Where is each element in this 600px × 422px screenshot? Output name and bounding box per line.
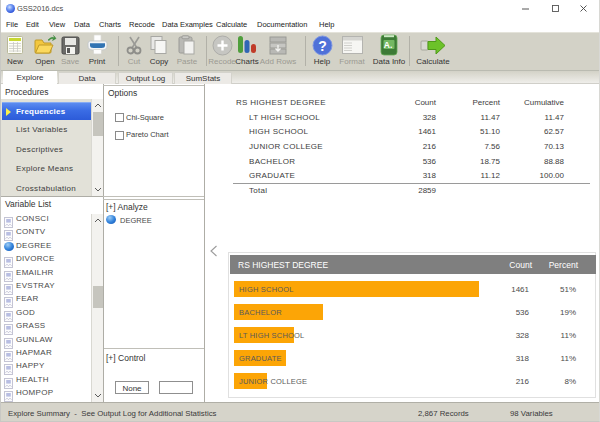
svg-text:?: ? — [318, 37, 327, 53]
svg-text:A.: A. — [384, 40, 393, 50]
